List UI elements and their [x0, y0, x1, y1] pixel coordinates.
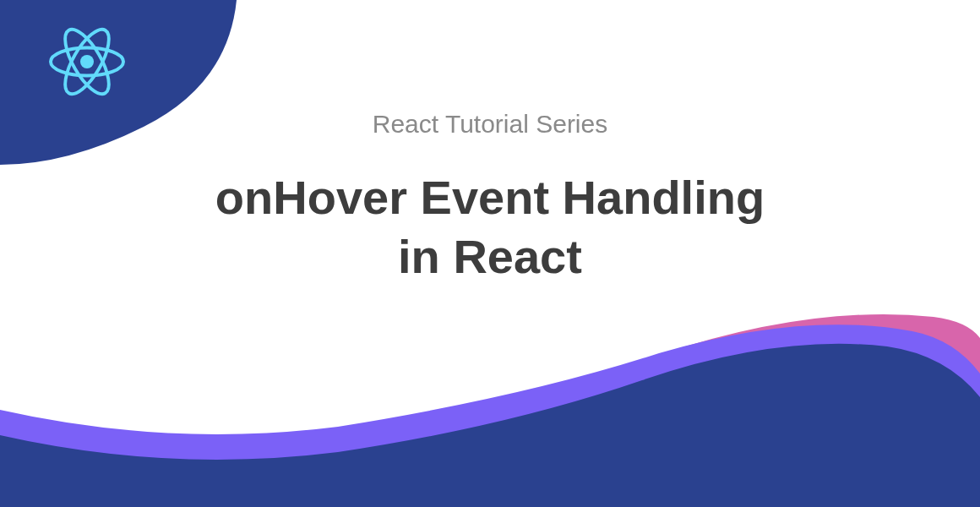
page-title: onHover Event Handling in React: [0, 168, 980, 286]
svg-point-0: [80, 55, 94, 68]
series-label: React Tutorial Series: [0, 110, 980, 139]
content-area: React Tutorial Series onHover Event Hand…: [0, 110, 980, 286]
bottom-wave-decoration: [0, 296, 980, 507]
react-logo-icon: [49, 24, 125, 100]
title-line-1: onHover Event Handling: [215, 171, 765, 224]
title-line-2: in React: [398, 230, 582, 283]
